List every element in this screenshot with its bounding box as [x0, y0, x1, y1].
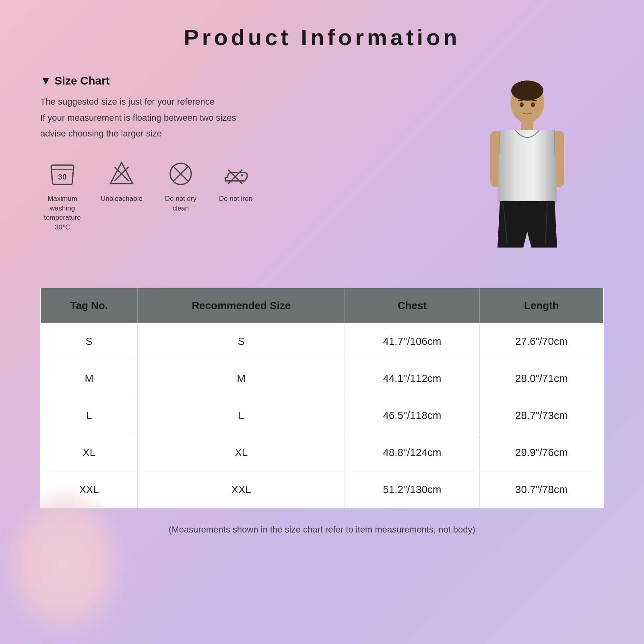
top-row: ▼ Size Chart The suggested size is just …: [40, 74, 604, 268]
table-cell: S: [41, 323, 138, 360]
left-section: ▼ Size Chart The suggested size is just …: [40, 74, 451, 268]
svg-text:30: 30: [58, 173, 66, 181]
product-figure-svg: [467, 78, 588, 264]
desc-line-2: If your measurement is floating between …: [40, 110, 435, 126]
no-dry-clean-icon: [165, 158, 197, 190]
no-dry-clean-icon-label: Do not dry clean: [159, 194, 203, 213]
desc-line-3: advise choosing the larger size: [40, 126, 435, 142]
col-header-length: Length: [479, 288, 603, 324]
size-chart-desc: The suggested size is just for your refe…: [40, 94, 435, 142]
wash-icon: 30: [46, 158, 78, 190]
table-cell: XL: [138, 434, 345, 471]
svg-point-7: [241, 174, 243, 176]
size-chart-title: ▼ Size Chart: [40, 74, 435, 87]
no-bleach-icon: [105, 158, 138, 190]
no-bleach-icon-label: Unbleachable: [101, 194, 142, 204]
size-table-wrapper: Tag No. Recommended Size Chest Length SS…: [40, 288, 604, 508]
table-cell: XXL: [138, 471, 345, 508]
table-row: MM44.1"/112cm28.0"/71cm: [41, 360, 604, 397]
col-header-chest: Chest: [345, 288, 479, 324]
col-header-recommended: Recommended Size: [138, 288, 345, 324]
table-row: SS41.7"/106cm27.6"/70cm: [41, 323, 604, 360]
table-cell: 51.2"/130cm: [345, 471, 479, 508]
main-content: ▼ Size Chart The suggested size is just …: [40, 74, 604, 535]
table-cell: XL: [41, 434, 138, 471]
table-cell: L: [138, 397, 345, 434]
care-icon-no-bleach: Unbleachable: [101, 158, 142, 204]
table-cell: 27.6"/70cm: [479, 323, 603, 360]
table-row: XXLXXL51.2"/130cm30.7"/78cm: [41, 471, 604, 508]
no-iron-icon-label: Do not iron: [219, 194, 252, 204]
size-table: Tag No. Recommended Size Chest Length SS…: [40, 288, 604, 508]
wash-icon-label: Maximum washingtemperature 30℃: [40, 194, 85, 232]
care-icon-no-iron: Do not iron: [219, 158, 252, 204]
care-icons-row: 30 Maximum washingtemperature 30℃: [40, 158, 435, 232]
table-row: LL46.5"/118cm28.7"/73cm: [41, 397, 604, 434]
svg-point-11: [511, 80, 543, 101]
table-cell: M: [41, 360, 138, 397]
table-cell: 28.7"/73cm: [479, 397, 603, 434]
table-cell: 46.5"/118cm: [345, 397, 479, 434]
svg-point-15: [520, 102, 524, 107]
care-icon-wash: 30 Maximum washingtemperature 30℃: [40, 158, 85, 232]
table-cell: L: [41, 397, 138, 434]
svg-point-16: [531, 102, 535, 107]
svg-rect-12: [521, 121, 533, 131]
table-header-row: Tag No. Recommended Size Chest Length: [41, 288, 604, 324]
footer-note: (Measurements shown in the size chart re…: [40, 524, 604, 535]
table-cell: 29.9"/76cm: [479, 434, 603, 471]
product-image: [459, 74, 596, 268]
right-section: [451, 74, 604, 268]
table-cell: S: [138, 323, 345, 360]
table-cell: M: [138, 360, 345, 397]
table-cell: 48.8"/124cm: [345, 434, 479, 471]
col-header-tag: Tag No.: [41, 288, 138, 324]
desc-line-1: The suggested size is just for your refe…: [40, 94, 435, 110]
table-cell: 30.7"/78cm: [479, 471, 603, 508]
page-title: Product Information: [184, 24, 460, 50]
page-container: Product Information ▼ Size Chart The sug…: [0, 0, 644, 644]
table-cell: 41.7"/106cm: [345, 323, 479, 360]
table-cell: 44.1"/112cm: [345, 360, 479, 397]
care-icon-no-dry-clean: Do not dry clean: [159, 158, 203, 213]
table-row: XLXL48.8"/124cm29.9"/76cm: [41, 434, 604, 471]
table-cell: 28.0"/71cm: [479, 360, 603, 397]
no-iron-icon: [220, 158, 252, 190]
size-chart-section: ▼ Size Chart The suggested size is just …: [40, 74, 435, 142]
